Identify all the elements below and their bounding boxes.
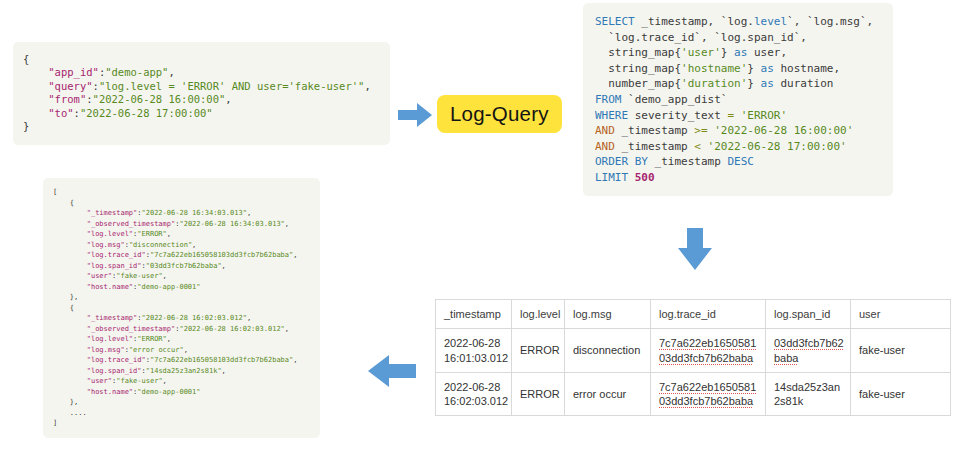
column-header: log.level: [512, 300, 565, 329]
table-cell: fake-user: [851, 372, 951, 416]
code-line: },: [53, 397, 310, 408]
code-line: "log.span_id":"14sda25z3an2s81k",: [53, 366, 310, 377]
column-header: log.msg: [565, 300, 651, 329]
table-cell: 7c7a622eb165058103dd3fcb7b62baba: [651, 329, 766, 373]
code-line: "log.level":"ERROR",: [53, 334, 310, 345]
results-table-body: 2022-06-28 16:01:03.012ERRORdisconnectio…: [436, 329, 951, 416]
code-line: ....: [53, 408, 310, 419]
table-row: 2022-06-28 16:01:03.012ERRORdisconnectio…: [436, 329, 951, 373]
code-line: ]: [53, 418, 310, 429]
table-cell: 7c7a622eb165058103dd3fcb7b62baba: [651, 372, 766, 416]
table-cell: disconnection: [565, 329, 651, 373]
code-line: "_timestamp":"2022-06-28 16:02:03.012",: [53, 313, 310, 324]
code-line: "app_id":"demo-app",: [23, 66, 380, 79]
log-query-flow-diagram: { "app_id":"demo-app", "query":"log.leve…: [0, 0, 957, 449]
code-line: number_map{'duration'} as duration: [595, 76, 881, 92]
code-line: "log.trace_id":"7c7a622eb165058103dd3fcb…: [53, 250, 310, 261]
code-line: FROM `demo_app_dist`: [595, 92, 881, 108]
results-table: _timestamplog.levellog.msglog.trace_idlo…: [435, 299, 951, 416]
code-line: SELECT _timestamp, `log.level`, `log.msg…: [595, 14, 881, 30]
code-line: [: [53, 187, 310, 198]
table-cell: fake-user: [851, 329, 951, 373]
code-line: "log.msg":"error occur",: [53, 345, 310, 356]
log-query-label: Log-Query: [450, 102, 549, 126]
code-line: "_observed_timestamp":"2022-06-28 16:34:…: [53, 219, 310, 230]
log-query-node: Log-Query: [437, 95, 562, 133]
code-line: LIMIT 500: [595, 170, 881, 186]
code-line: "_observed_timestamp":"2022-06-28 16:02:…: [53, 324, 310, 335]
sql-query-code-block: SELECT _timestamp, `log.level`, `log.msg…: [583, 3, 893, 196]
code-line: "log.msg":"disconnection",: [53, 240, 310, 251]
table-cell: ERROR: [512, 372, 565, 416]
arrow-right-icon: [398, 102, 432, 128]
code-line: "query":"log.level = 'ERROR' AND user='f…: [23, 80, 380, 93]
code-line: AND _timestamp < '2022-06-28 17:00:00': [595, 139, 881, 155]
arrow-down-icon: [678, 228, 712, 270]
code-line: {: [23, 53, 380, 66]
table-cell: ERROR: [512, 329, 565, 373]
column-header: log.trace_id: [651, 300, 766, 329]
table-header-row: _timestamplog.levellog.msglog.trace_idlo…: [436, 300, 951, 329]
arrow-left-icon: [368, 352, 416, 390]
code-line: {: [53, 303, 310, 314]
code-line: "_timestamp":"2022-06-28 16:34:03.013",: [53, 208, 310, 219]
code-line: "user":"fake-user",: [53, 271, 310, 282]
code-line: WHERE severity_text = 'ERROR': [595, 108, 881, 124]
code-line: "host.name":"demo-app-0001": [53, 282, 310, 293]
column-header: _timestamp: [436, 300, 512, 329]
code-line: string_map{'hostname'} as hostname,: [595, 61, 881, 77]
code-line: "log.level":"ERROR",: [53, 229, 310, 240]
code-line: `log.trace_id`, `log.span_id`,: [595, 30, 881, 46]
code-line: "user":"fake-user",: [53, 376, 310, 387]
column-header: user: [851, 300, 951, 329]
code-line: },: [53, 292, 310, 303]
code-line: "from":"2022-06-28 16:00:00",: [23, 93, 380, 106]
code-line: {: [53, 198, 310, 209]
table-cell: error occur: [565, 372, 651, 416]
code-line: AND _timestamp >= '2022-06-28 16:00:00': [595, 123, 881, 139]
response-json-code-block: [ { "_timestamp":"2022-06-28 16:34:03.01…: [43, 178, 320, 438]
code-line: "log.trace_id":"7c7a622eb165058103dd3fcb…: [53, 355, 310, 366]
code-line: "host.name":"demo-app-0001": [53, 387, 310, 398]
column-header: log.span_id: [766, 300, 851, 329]
code-line: "to":"2022-06-28 17:00:00": [23, 107, 380, 120]
table-cell: 03dd3fcb7b62baba: [766, 329, 851, 373]
code-line: string_map{'user'} as user,: [595, 45, 881, 61]
table-cell: 14sda25z3an2s81k: [766, 372, 851, 416]
code-line: }: [23, 120, 380, 133]
table-cell: 2022-06-28 16:01:03.012: [436, 329, 512, 373]
table-cell: 2022-06-28 16:02:03.012: [436, 372, 512, 416]
request-json-code-block: { "app_id":"demo-app", "query":"log.leve…: [13, 42, 390, 145]
table-row: 2022-06-28 16:02:03.012ERRORerror occur7…: [436, 372, 951, 416]
results-table-header: _timestamplog.levellog.msglog.trace_idlo…: [436, 300, 951, 329]
code-line: "log.span_id":"03dd3fcb7b62baba",: [53, 261, 310, 272]
code-line: ORDER BY _timestamp DESC: [595, 154, 881, 170]
